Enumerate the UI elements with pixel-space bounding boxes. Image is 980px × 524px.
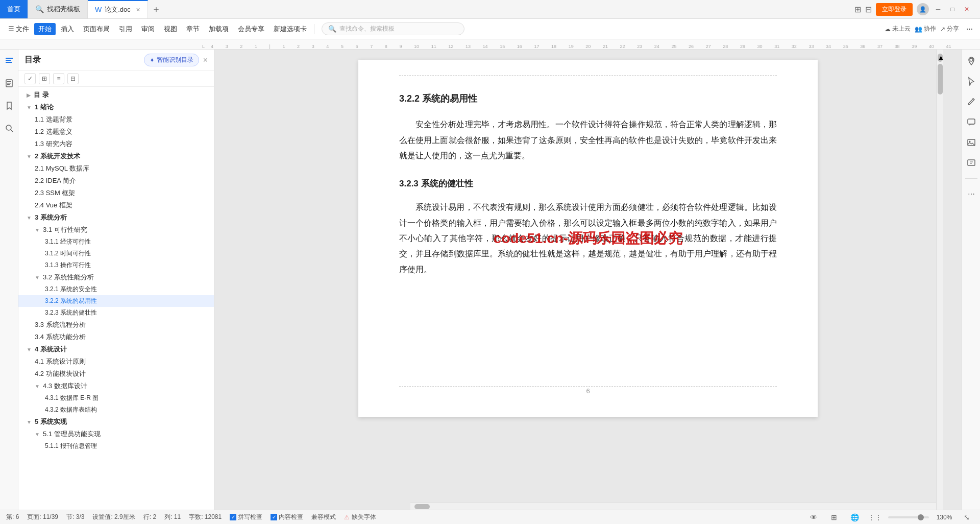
toc-toolbar-btn3[interactable]: ≡ xyxy=(53,73,64,84)
toc-item-23[interactable]: 4.2 功能模块设计 xyxy=(18,368,214,380)
tab-templates[interactable]: 🔍 找稻壳模板 xyxy=(28,0,88,18)
share-icon: ↗ xyxy=(940,26,945,33)
toc-item-8[interactable]: 2.3 SSM 框架 xyxy=(18,187,214,199)
toolbar-newtab[interactable]: 新建选项卡 xyxy=(270,23,311,35)
svg-rect-5 xyxy=(7,83,11,84)
right-tool-edit[interactable] xyxy=(964,94,978,109)
tab-home[interactable]: 首页 xyxy=(0,0,28,18)
toc-item-24[interactable]: ▼4.3 数据库设计 xyxy=(18,380,214,392)
status-web-icon[interactable]: 🌐 xyxy=(847,510,862,525)
toc-item-28[interactable]: ▼5.1 管理员功能实现 xyxy=(18,428,214,440)
tab-add-button[interactable]: ＋ xyxy=(148,3,164,15)
toc-item-5[interactable]: ▼2 系统开发技术 xyxy=(18,150,214,162)
toc-toolbar-btn2[interactable]: ⊞ xyxy=(39,73,50,84)
toolbar-share[interactable]: ↗ 分享 xyxy=(940,25,959,33)
toolbar-insert[interactable]: 插入 xyxy=(57,23,78,35)
svg-point-12 xyxy=(969,141,970,142)
toc-item-11[interactable]: ▼3.1 可行性研究 xyxy=(18,224,214,236)
user-avatar[interactable]: 👤 xyxy=(917,3,929,15)
toc-item-3[interactable]: 1.2 选题意义 xyxy=(18,126,214,138)
toc-item-22[interactable]: 4.1 系统设计原则 xyxy=(18,355,214,368)
document-area[interactable]: 3.2.2 系统的易用性 安全性分析处理完毕，才考虑易用性。一个软件设计得符合操… xyxy=(214,50,962,510)
right-tool-image[interactable] xyxy=(964,135,978,150)
toc-item-17[interactable]: 3.2.2 系统的易用性 xyxy=(18,295,214,307)
status-content[interactable]: ✓ 内容检查 xyxy=(271,513,303,521)
vertical-scrollbar[interactable]: ▲ xyxy=(936,50,943,510)
toolbar-view[interactable]: 视图 xyxy=(160,23,181,35)
toc-item-13[interactable]: 3.1.2 时间可行性 xyxy=(18,248,214,259)
sidebar-close-button[interactable]: × xyxy=(203,56,208,65)
toc-item-7[interactable]: 2.2 IDEA 简介 xyxy=(18,175,214,187)
status-col: 列: 11 xyxy=(164,513,181,521)
toolbar-member[interactable]: 会员专享 xyxy=(234,23,268,35)
toolbar-start[interactable]: 开始 xyxy=(34,23,56,35)
toc-item-16[interactable]: 3.2.1 系统的安全性 xyxy=(18,283,214,295)
toc-item-20[interactable]: 3.4 系统功能分析 xyxy=(18,331,214,343)
toolbar-layout[interactable]: 页面布局 xyxy=(79,23,114,35)
toc-item-15[interactable]: ▼3.2 系统性能分析 xyxy=(18,271,214,283)
left-icon-bookmark[interactable] xyxy=(2,99,16,113)
window-restore-button[interactable]: □ xyxy=(947,4,958,14)
status-format-icon[interactable]: ⋮⋮ xyxy=(868,510,882,525)
toc-toolbar-btn4[interactable]: ⊟ xyxy=(67,73,79,84)
right-tool-cursor[interactable] xyxy=(964,74,978,88)
tab-add-icon: ＋ xyxy=(152,3,161,15)
toc-item-21[interactable]: ▼4 系统设计 xyxy=(18,343,214,355)
toolbar-search-box[interactable]: 🔍 查找命令、搜索模板 xyxy=(322,22,464,35)
left-icon-search[interactable] xyxy=(2,121,16,135)
status-layout-icon[interactable]: ⊞ xyxy=(827,510,841,525)
toolbar-review[interactable]: 审阅 xyxy=(137,23,159,35)
grid-layout-icon[interactable]: ⊞ xyxy=(854,5,861,14)
toc-item-19[interactable]: 3.3 系统流程分析 xyxy=(18,319,214,331)
toolbar-ref[interactable]: 引用 xyxy=(115,23,136,35)
right-tool-comment[interactable] xyxy=(964,115,978,129)
right-tool-more[interactable] xyxy=(964,156,978,170)
window-minimize-button[interactable]: ─ xyxy=(933,4,943,14)
switch-icon[interactable]: ⊟ xyxy=(865,5,872,14)
toolbar-collab[interactable]: 👥 协作 xyxy=(915,25,936,33)
toolbar-chapter[interactable]: 章节 xyxy=(182,23,204,35)
register-button[interactable]: 立即登录 xyxy=(876,3,913,16)
toolbar-file[interactable]: ☰ 文件 xyxy=(4,23,33,35)
left-icon-pages[interactable] xyxy=(2,76,16,90)
toc-toolbar-btn1[interactable]: ✓ xyxy=(24,73,36,84)
chapter-label: 章节 xyxy=(186,25,200,34)
toc-item-29[interactable]: 5.1.1 报刊信息管理 xyxy=(18,440,214,452)
toc-item-2[interactable]: 1.1 选题背景 xyxy=(18,113,214,126)
tab-doc[interactable]: W 论文.doc ✕ xyxy=(88,0,148,18)
right-tool-location[interactable] xyxy=(964,54,978,68)
toolbar-more[interactable]: ⋯ xyxy=(963,23,976,34)
toc-item-1[interactable]: ▼1 绪论 xyxy=(18,101,214,113)
toc-item-10[interactable]: ▼3 系统分析 xyxy=(18,211,214,224)
ai-toc-button[interactable]: ✦ 智能识别目录 xyxy=(144,54,199,66)
toc-item-9[interactable]: 2.4 Vue 框架 xyxy=(18,199,214,211)
status-expand-icon[interactable]: ⤡ xyxy=(960,510,974,525)
status-eye-icon[interactable]: 👁 xyxy=(806,510,821,525)
h-scroll-thumb[interactable] xyxy=(414,504,430,509)
document-page: 3.2.2 系统的易用性 安全性分析处理完毕，才考虑易用性。一个软件设计得符合操… xyxy=(358,60,818,417)
horizontal-scrollbar[interactable] xyxy=(410,503,943,510)
toc-item-27[interactable]: ▼5 系统实现 xyxy=(18,416,214,428)
zoom-slider[interactable] xyxy=(888,516,929,518)
caret-icon: ▼ xyxy=(27,105,32,110)
toc-item-4[interactable]: 1.3 研究内容 xyxy=(18,138,214,150)
tab-doc-close-icon[interactable]: ✕ xyxy=(136,7,140,13)
toc-item-12[interactable]: 3.1.1 经济可行性 xyxy=(18,236,214,248)
toc-item-6[interactable]: 2.1 MySQL 数据库 xyxy=(18,162,214,175)
toolbar-plugin[interactable]: 加载项 xyxy=(205,23,233,35)
toc-item-26[interactable]: 4.3.2 数据库表结构 xyxy=(18,404,214,416)
status-spell[interactable]: ✓ 拼写检查 xyxy=(230,513,262,521)
right-tool-expand[interactable]: ⋯ xyxy=(964,187,978,201)
zoom-thumb[interactable] xyxy=(918,514,924,520)
content-checkbox[interactable]: ✓ xyxy=(271,514,277,520)
toc-item-18[interactable]: 3.2.3 系统的健壮性 xyxy=(18,307,214,319)
toolbar-cloud[interactable]: ☁ 未上云 xyxy=(885,25,911,33)
left-icon-toc[interactable] xyxy=(2,54,16,68)
v-scroll-thumb[interactable] xyxy=(938,64,943,94)
v-scroll-up[interactable]: ▲ xyxy=(938,54,943,62)
toc-item-0[interactable]: ▶目 录 xyxy=(18,89,214,101)
spell-checkbox[interactable]: ✓ xyxy=(230,514,236,520)
window-close-button[interactable]: ✕ xyxy=(962,4,972,14)
toc-item-25[interactable]: 4.3.1 数据库 E-R 图 xyxy=(18,392,214,404)
toc-item-14[interactable]: 3.1.3 操作可行性 xyxy=(18,259,214,271)
